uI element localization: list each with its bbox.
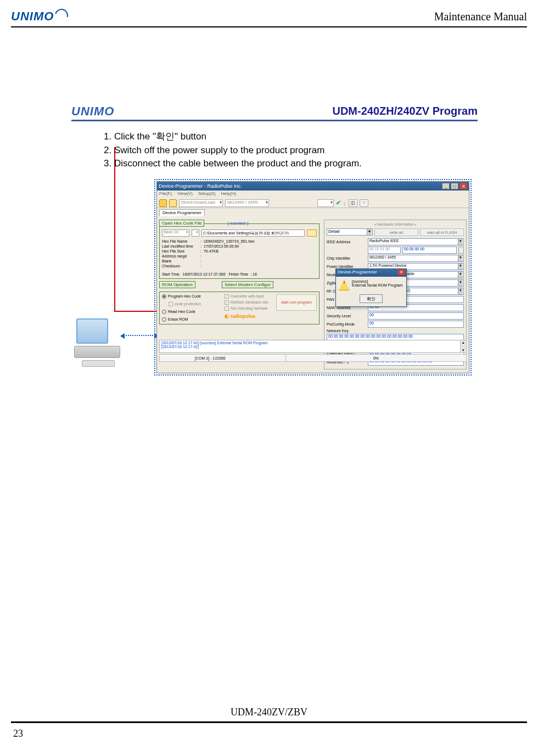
log-area: [2013/07/18 12:17:42] [success] External… bbox=[159, 340, 467, 353]
bank-select[interactable]: Bank On bbox=[162, 229, 189, 237]
read-all-button[interactable]: read-all in FLASH bbox=[420, 228, 464, 236]
close-button[interactable]: ✕ bbox=[459, 183, 467, 189]
kv-key: Address range bbox=[162, 254, 200, 259]
chk-label: code protection bbox=[175, 302, 201, 306]
toolbar-doc-icon[interactable]: ◫ bbox=[349, 199, 357, 207]
path-field[interactable]: C:\Documents and Settings\복음전내랑 화면\근거\ bbox=[201, 229, 305, 237]
menu-help[interactable]: Help(H) bbox=[221, 191, 237, 198]
hw-label: Chip Identifier bbox=[327, 256, 366, 260]
header-title: Maintenance Manual bbox=[434, 10, 527, 23]
log-scrollbar[interactable]: ▴▾ bbox=[460, 340, 467, 353]
toolbar-open-icon[interactable] bbox=[159, 199, 167, 207]
logo-swish-icon bbox=[53, 7, 71, 25]
ieee-sub1[interactable]: 00 15 51 00 bbox=[368, 247, 401, 254]
rom-panel: Program Hex Code code protection Read He… bbox=[159, 292, 320, 324]
log-line: [2013/07/18 12:17:42] bbox=[161, 345, 464, 349]
rom-panel-label: ROM Operation bbox=[159, 281, 195, 288]
toolbar-select-blank[interactable] bbox=[317, 199, 334, 207]
radio-read[interactable]: Read Hex Code bbox=[162, 310, 222, 314]
radio-erase[interactable]: Erase ROM bbox=[162, 317, 222, 322]
kv-key: Blank bbox=[162, 259, 200, 264]
bank-sub-select[interactable] bbox=[192, 229, 199, 237]
hw-section-title: • Hardware Information • bbox=[327, 222, 464, 226]
double-arrow-icon bbox=[124, 335, 155, 336]
ok-button[interactable]: 확인 bbox=[360, 294, 383, 303]
computer-icon bbox=[74, 318, 124, 371]
toolbar: Direct-DownLoad MG2450 / 2455 ✔ ↓ ◫ ? bbox=[157, 198, 469, 208]
status-com: [COM 2] - 115200 bbox=[160, 355, 286, 361]
open-hex-panel: Bank On C:\Documents and Settings\복음전내랑 … bbox=[159, 223, 320, 279]
step-item: Disconnect the cable between the product… bbox=[114, 157, 478, 171]
chk-label: Overwrite with-hard bbox=[231, 294, 264, 298]
ieee-more-button[interactable] bbox=[458, 247, 464, 254]
browse-button[interactable] bbox=[307, 229, 317, 237]
menu-file[interactable]: File(F) bbox=[159, 191, 172, 198]
scroll-down-icon[interactable]: ▾ bbox=[462, 348, 464, 352]
radiopulse-logo: radiopulse bbox=[225, 313, 274, 319]
radio-label: Read Hex Code bbox=[168, 310, 195, 313]
check-icon[interactable]: ✔ bbox=[336, 199, 341, 206]
write-all-button[interactable]: write-all bbox=[374, 228, 418, 236]
dialog-title: Device-Programmer bbox=[338, 270, 377, 276]
kv-key: Hex File Size bbox=[162, 249, 200, 254]
statusbar: [COM 2] - 115200 0% bbox=[159, 354, 467, 362]
keyboard-icon bbox=[82, 360, 115, 367]
radio-program[interactable]: Program Hex Code bbox=[162, 294, 222, 299]
help-icon[interactable]: ? bbox=[360, 199, 368, 207]
device-programmer-tab[interactable]: Device Programmer bbox=[159, 209, 205, 216]
kv-key: Last modified time bbox=[162, 244, 200, 249]
chip-select[interactable]: MG2450 / 2455 bbox=[225, 199, 269, 207]
ieee-select[interactable]: RadioPulse IEEE bbox=[368, 238, 464, 245]
chk-overwrite[interactable]: Overwrite with-hard bbox=[225, 294, 274, 299]
menu-setup[interactable]: Setup(S) bbox=[198, 191, 216, 198]
content-block: UNIMO UDM-240ZH/240ZV Program Click the … bbox=[71, 104, 478, 171]
titlebar: Device-Programmer - RadioPulse Inc. _ □ … bbox=[157, 182, 469, 191]
page-footer: UDM-240ZV/ZBV bbox=[11, 707, 527, 723]
chk-code-protect[interactable]: code protection bbox=[169, 302, 222, 306]
maximize-button[interactable]: □ bbox=[451, 183, 458, 189]
dialog-line2: External Serial ROM Program bbox=[352, 283, 403, 287]
log-line: [2013/07/18 12:17:42] [success] External… bbox=[161, 341, 464, 345]
inner-header: UNIMO UDM-240ZH/240ZV Program bbox=[71, 104, 478, 121]
dialog-line1: [success] bbox=[352, 279, 403, 283]
ieee-sub2[interactable]: 00 00 00 00 bbox=[402, 247, 457, 254]
menu-view[interactable]: View(V) bbox=[177, 191, 193, 198]
chip-id-select[interactable]: MG2450 / 2455 bbox=[368, 255, 464, 262]
scroll-up-icon[interactable]: ▴ bbox=[462, 340, 464, 345]
chk-refresh[interactable]: Refresh hardware info bbox=[225, 300, 274, 305]
start-time-label: Start Time bbox=[162, 272, 180, 276]
start-rom-button[interactable]: start rom program bbox=[276, 294, 317, 311]
window-title: Device-Programmer - RadioPulse Inc. bbox=[159, 183, 242, 189]
step-item: Click the "확인" button bbox=[114, 130, 478, 144]
chk-label: Not including hardwar bbox=[231, 306, 268, 310]
menubar: File(F) View(V) Setup(S) Help(H) bbox=[157, 191, 469, 198]
figure-area: Device-Programmer - RadioPulse Inc. _ □ … bbox=[74, 181, 469, 379]
program-title: UDM-240ZH/240ZV Program bbox=[332, 105, 478, 120]
confirm-dialog: Device-Programmer ✕ [success] External S… bbox=[335, 268, 407, 307]
open-hex-panel-label: Open Hex Code File bbox=[159, 220, 204, 227]
unimo-logo: UNIMO bbox=[11, 9, 68, 24]
chk-label: Refresh hardware info bbox=[231, 300, 268, 304]
page-number: 23 bbox=[13, 728, 23, 740]
success-label: [ success ] bbox=[228, 221, 249, 226]
minimize-button[interactable]: _ bbox=[442, 183, 450, 189]
precfg-value[interactable]: 00 bbox=[368, 321, 464, 328]
toolbar-openfolder-icon[interactable] bbox=[169, 199, 177, 207]
start-time: 18/07/2013 12:17:37:360 bbox=[183, 272, 226, 276]
chk-not-incl[interactable]: Not including hardwar bbox=[225, 306, 274, 311]
hw-label: Network Key bbox=[327, 329, 366, 333]
kv-val: UDM240ZV_130719_001.hex bbox=[204, 239, 255, 244]
pc-base-icon bbox=[74, 346, 120, 358]
direct-download-select[interactable]: Direct-DownLoad bbox=[179, 199, 223, 207]
dialog-close-button[interactable]: ✕ bbox=[398, 270, 405, 275]
down-arrow-icon[interactable]: ↓ bbox=[343, 200, 346, 206]
detail-select[interactable]: Detail bbox=[327, 228, 373, 236]
app-window: Device-Programmer - RadioPulse Inc. _ □ … bbox=[156, 181, 469, 373]
hw-label: PreConfig-Mode bbox=[327, 322, 366, 326]
logo-text: UNIMO bbox=[11, 9, 54, 24]
radio-label: Erase ROM bbox=[168, 317, 188, 321]
sec-value[interactable]: 00 bbox=[368, 312, 464, 320]
finish-time: 18 bbox=[253, 272, 257, 276]
hw-label: IEEE Address bbox=[327, 240, 366, 244]
finish-time-label: Finish Time bbox=[228, 272, 248, 276]
